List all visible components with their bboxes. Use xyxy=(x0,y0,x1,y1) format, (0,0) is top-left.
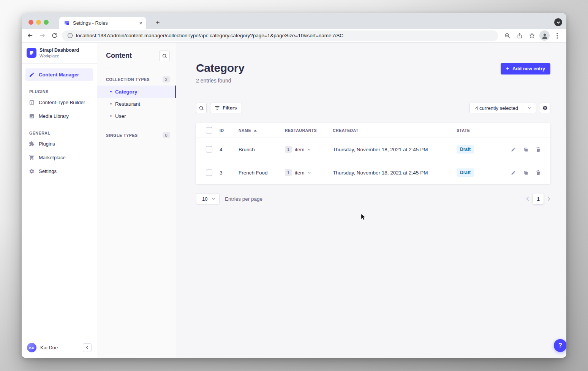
share-icon[interactable] xyxy=(514,30,526,42)
sidebar-item-label: Marketplace xyxy=(39,155,66,160)
browser-tab[interactable]: Settings - Roles × xyxy=(59,17,146,29)
state-badge: Draft xyxy=(457,145,474,154)
new-tab-button[interactable]: + xyxy=(153,18,163,28)
site-info-icon[interactable] xyxy=(67,33,73,38)
restaurants-count-badge: 1 xyxy=(285,169,292,176)
delete-icon[interactable] xyxy=(536,170,541,175)
column-header-state[interactable]: STATE xyxy=(457,128,470,133)
brand[interactable]: Strapi Dashboard Workplace xyxy=(22,43,97,63)
collapse-sidebar-button[interactable] xyxy=(83,343,92,352)
chevron-down-icon[interactable] xyxy=(308,172,311,174)
chevron-down-button[interactable] xyxy=(554,18,562,26)
help-button[interactable]: ? xyxy=(554,339,566,352)
cell-name: Brunch xyxy=(239,147,255,152)
cart-icon xyxy=(28,155,35,161)
entries-found-text: 2 entries found xyxy=(196,78,245,84)
restaurants-count-badge: 1 xyxy=(285,146,292,153)
cell-createdat: Thursday, November 18, 2021 at 2:45 PM xyxy=(333,147,428,152)
page-size-select[interactable]: 10 xyxy=(196,193,220,205)
scrollbar-thumb[interactable] xyxy=(175,86,176,98)
delete-icon[interactable] xyxy=(536,147,541,152)
chevron-down-icon xyxy=(528,107,531,109)
table-settings-button[interactable] xyxy=(540,103,550,113)
cell-name: French Food xyxy=(239,170,268,176)
content-search-button[interactable] xyxy=(159,51,170,61)
browser-profile-avatar[interactable] xyxy=(539,30,550,41)
strapi-favicon-icon xyxy=(64,20,70,26)
zoom-icon[interactable] xyxy=(501,30,514,42)
close-window-button[interactable] xyxy=(28,20,33,25)
table-row[interactable]: 4 Brunch 1 item Thursday, November 18, 2… xyxy=(196,138,550,161)
table-header-row: ID NAME RESTAURANTS CREATEDAT STATE xyxy=(196,123,550,138)
sidebar-item-media-library[interactable]: Media Library xyxy=(25,110,93,122)
reload-button[interactable] xyxy=(48,30,60,42)
maximize-window-button[interactable] xyxy=(44,20,49,25)
filters-button[interactable]: Filters xyxy=(210,103,242,113)
sidebar-item-marketplace[interactable]: Marketplace xyxy=(25,151,93,164)
subsidebar-item-label: User xyxy=(115,113,126,119)
main-content: Category 2 entries found + Add new entry xyxy=(176,43,566,358)
subsidebar-item-user[interactable]: User xyxy=(97,110,176,122)
image-icon xyxy=(28,113,35,119)
user-name: Kai Doe xyxy=(40,345,83,350)
sidebar-item-content-manager[interactable]: Content Manager xyxy=(25,68,93,81)
browser-menu-icon[interactable] xyxy=(551,30,563,42)
cell-id: 4 xyxy=(220,147,223,152)
entries-table: ID NAME RESTAURANTS CREATEDAT STATE 4 Br… xyxy=(196,123,550,184)
sidebar-item-label: Settings xyxy=(39,168,57,174)
chevron-down-icon[interactable] xyxy=(308,149,311,151)
column-header-name[interactable]: NAME xyxy=(239,128,257,133)
sidebar-divider xyxy=(22,63,97,64)
sidebar-item-plugins[interactable]: Plugins xyxy=(25,138,93,150)
page-number-button[interactable]: 1 xyxy=(533,193,544,204)
cell-id: 3 xyxy=(220,170,223,176)
previous-page-button[interactable] xyxy=(526,197,529,201)
sidebar-footer: KD Kai Doe xyxy=(22,337,97,358)
table-search-button[interactable] xyxy=(196,103,207,113)
row-checkbox[interactable] xyxy=(206,170,212,176)
bullet-icon xyxy=(110,115,112,117)
subsidebar-item-label: Restaurant xyxy=(115,101,140,107)
subsidebar-item-label: Category xyxy=(115,89,138,95)
bookmark-star-icon[interactable] xyxy=(526,30,538,42)
columns-select[interactable]: 4 currently selected xyxy=(469,103,536,113)
select-all-checkbox[interactable] xyxy=(206,127,212,134)
single-types-label: SINGLE TYPES xyxy=(106,133,138,138)
subsidebar-item-restaurant[interactable]: Restaurant xyxy=(97,98,176,110)
edit-icon[interactable] xyxy=(511,147,516,152)
duplicate-icon[interactable] xyxy=(523,147,528,152)
next-page-button[interactable] xyxy=(547,197,550,201)
add-new-entry-button[interactable]: + Add new entry xyxy=(501,63,550,75)
columns-select-value: 4 currently selected xyxy=(475,105,518,111)
sidebar-item-content-type-builder[interactable]: Content-Type Builder xyxy=(25,96,93,109)
bullet-icon xyxy=(110,103,112,105)
column-header-restaurants[interactable]: RESTAURANTS xyxy=(285,128,317,133)
forward-button[interactable] xyxy=(36,30,48,42)
url-bar[interactable]: localhost:1337/admin/content-manager/col… xyxy=(62,30,498,41)
column-header-createdat[interactable]: CREATEDAT xyxy=(333,128,359,133)
plus-icon: + xyxy=(506,65,509,72)
minimize-window-button[interactable] xyxy=(36,20,41,25)
filter-icon xyxy=(215,106,220,110)
edit-icon[interactable] xyxy=(511,170,516,175)
sidebar-item-settings[interactable]: Settings xyxy=(25,165,93,178)
subsidebar-item-category[interactable]: Category xyxy=(97,86,176,98)
column-header-id[interactable]: ID xyxy=(220,128,224,133)
back-button[interactable] xyxy=(24,30,36,42)
row-checkbox[interactable] xyxy=(206,146,212,153)
layout-icon xyxy=(28,100,35,106)
sidebar-item-label: Content-Type Builder xyxy=(39,100,85,105)
sidebar-item-label: Plugins xyxy=(39,141,55,147)
tab-strip: Settings - Roles × + xyxy=(22,13,566,29)
brand-title: Strapi Dashboard xyxy=(40,48,79,53)
sidebar-item-label: Media Library xyxy=(39,113,69,119)
user-avatar[interactable]: KD xyxy=(27,343,36,352)
tab-close-icon[interactable]: × xyxy=(139,20,142,26)
duplicate-icon[interactable] xyxy=(523,170,528,175)
subsidebar-divider xyxy=(106,68,115,68)
toolbar-right xyxy=(501,30,563,42)
table-row[interactable]: 3 French Food 1 item Thursday, November … xyxy=(196,161,550,184)
general-section-label: GENERAL xyxy=(29,131,97,135)
tab-title: Settings - Roles xyxy=(73,20,139,26)
brand-subtitle: Workplace xyxy=(40,54,79,58)
